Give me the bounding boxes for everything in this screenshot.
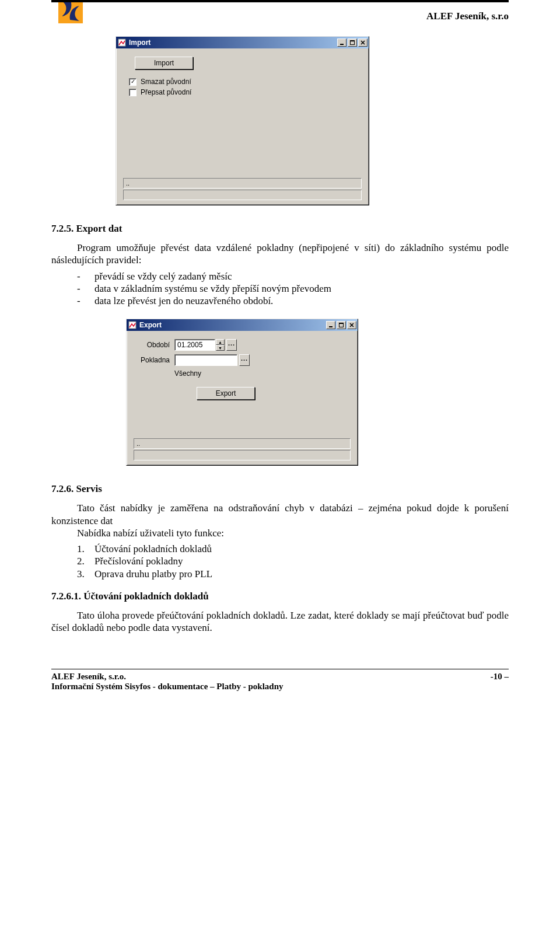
maximize-button[interactable] <box>348 39 357 47</box>
import-window: Import Import ✓ Smazat původní Přepsat p… <box>116 36 369 205</box>
logo <box>58 0 83 23</box>
footer-page-number: -10 – <box>491 672 509 692</box>
checkbox-prepsat-label: Přepsat původní <box>141 88 191 96</box>
para-7261: Tato úloha provede přeúčtování pokladníc… <box>51 609 509 634</box>
export-status-1: .. <box>134 438 351 449</box>
minimize-button[interactable] <box>326 321 335 329</box>
window-icon <box>128 320 137 330</box>
maximize-button[interactable] <box>337 321 346 329</box>
para-726-1: Tato část nabídky je zaměřena na odstraň… <box>51 502 509 527</box>
bullet-725-2: data v základním systému se vždy přepíší… <box>51 282 509 295</box>
svg-rect-4 <box>350 40 355 41</box>
window-icon <box>117 38 127 47</box>
input-obdobi[interactable]: 01.2005 <box>174 339 215 351</box>
import-titlebar[interactable]: Import <box>116 37 369 48</box>
para-725: Program umožňuje převést data vzdálené p… <box>51 242 509 267</box>
export-title: Export <box>139 319 326 331</box>
footer-doc-title: Informační Systém Sisyfos - dokumentace … <box>51 682 284 692</box>
obdobi-browse-button[interactable]: ··· <box>226 339 237 351</box>
import-button[interactable]: Import <box>135 57 193 69</box>
checkbox-smazat-label: Smazat původní <box>141 78 191 86</box>
export-window: Export Období 01.2005 ▲ ▼ ··· Pokladna ·… <box>126 319 358 466</box>
close-button[interactable] <box>347 321 356 329</box>
para-726-2: Nabídka nabízí uživateli tyto funkce: <box>51 527 509 539</box>
bullet-725-1: převádí se vždy celý zadaný měsíc <box>51 270 509 282</box>
export-status-2 <box>134 450 351 460</box>
heading-7261: 7.2.6.1. Účtování pokladních dokladů <box>51 591 509 602</box>
label-vsechny: Všechny <box>174 369 201 378</box>
svg-rect-2 <box>340 44 344 45</box>
bullet-725-3: data lze převést jen do neuzavřeného obd… <box>51 295 509 307</box>
footer-company: ALEF Jeseník, s.r.o. <box>51 672 284 682</box>
label-obdobi: Období <box>132 341 174 349</box>
close-button[interactable] <box>358 39 368 47</box>
input-pokladna[interactable] <box>174 354 237 366</box>
export-button[interactable]: Export <box>197 387 255 400</box>
import-title: Import <box>129 37 337 48</box>
import-status-2 <box>123 190 362 200</box>
item-726-3: Oprava druhu platby pro PLL <box>51 568 509 580</box>
minimize-button[interactable] <box>337 39 346 47</box>
svg-rect-6 <box>329 326 332 327</box>
label-pokladna: Pokladna <box>132 356 174 364</box>
heading-726: 7.2.6. Servis <box>51 483 509 495</box>
svg-rect-8 <box>339 323 344 324</box>
pokladna-browse-button[interactable]: ··· <box>239 354 250 366</box>
export-titlebar[interactable]: Export <box>127 319 358 331</box>
spin-up[interactable]: ▲ <box>216 339 225 345</box>
checkbox-prepsat[interactable] <box>129 89 136 96</box>
heading-725: 7.2.5. Export dat <box>51 223 509 235</box>
checkbox-smazat[interactable]: ✓ <box>129 78 136 86</box>
import-status-1: .. <box>123 178 362 188</box>
item-726-1: Účtování pokladních dokladů <box>51 543 509 555</box>
spin-down[interactable]: ▼ <box>216 345 225 351</box>
header-company: ALEF Jeseník, s.r.o <box>51 7 509 26</box>
item-726-2: Přečíslování pokladny <box>51 555 509 567</box>
